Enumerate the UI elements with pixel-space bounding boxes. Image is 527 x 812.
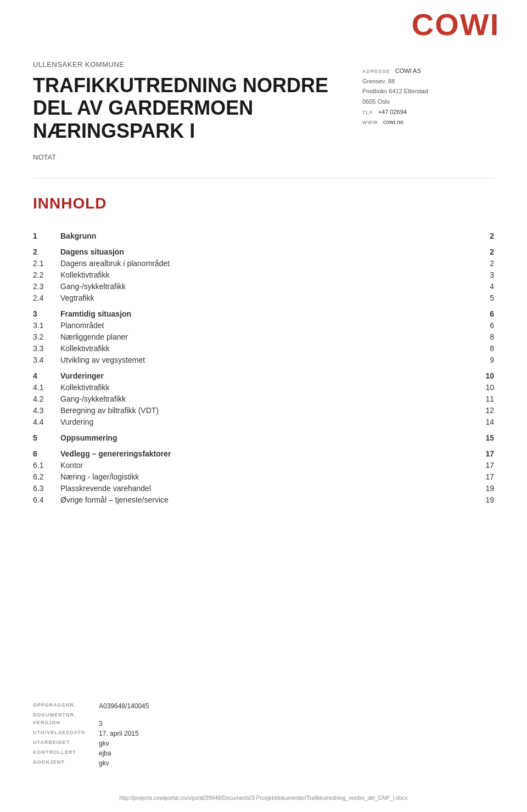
- municipality-label: ULLENSAKER KOMMUNE: [33, 60, 362, 69]
- tlf-label: TLF: [362, 110, 373, 115]
- toc-row: 2.4Vegtrafikk5: [33, 292, 494, 304]
- toc-row: 3.2Nærliggende planer8: [33, 331, 494, 343]
- toc-num: 6.1: [33, 460, 60, 471]
- url-footer: http://projects.cowiportal.com/ps/a03964…: [0, 795, 527, 801]
- toc-page: 4: [472, 281, 494, 292]
- toc-label: Utvikling av vegsystemet: [60, 354, 472, 366]
- toc-row: 4.2Gang-/sykkeltrafikk11: [33, 393, 494, 405]
- toc-page: 14: [472, 416, 494, 428]
- toc-label: Øvrige formål – tjeneste/service: [60, 494, 472, 506]
- header-left: ULLENSAKER KOMMUNE TRAFIKKUTREDNING NORD…: [33, 60, 362, 161]
- toc-page: 10: [472, 366, 494, 382]
- toc-label: Vedlegg – genereringsfaktorer: [60, 444, 472, 460]
- meta-value: A039648/140045: [99, 701, 149, 711]
- toc-label: Gang-/sykkeltrafikk: [60, 281, 472, 292]
- footer-meta: OPPDRAGSNR.A039648/140045DOKUMENTNR.VERS…: [33, 701, 149, 768]
- toc-num: 3.1: [33, 320, 60, 331]
- toc-row: 3.1Planområdet6: [33, 320, 494, 331]
- toc-row: 6.2Næring - lager/logistikk17: [33, 471, 494, 483]
- address-postbox: Postboks 6412 Etterstad: [362, 86, 494, 97]
- toc-label: Næring - lager/logistikk: [60, 471, 472, 483]
- footer-meta-table: OPPDRAGSNR.A039648/140045DOKUMENTNR.VERS…: [33, 701, 149, 768]
- toc-label: Dagens arealbruk i planområdet: [60, 258, 472, 269]
- toc-num: 3.4: [33, 354, 60, 366]
- url-text: http://projects.cowiportal.com/ps/a03964…: [120, 795, 408, 801]
- address-company: COWI AS: [395, 67, 421, 74]
- toc-row: 5Oppsummering15: [33, 428, 494, 444]
- toc-row: 4.4Vurdering14: [33, 416, 494, 428]
- toc-page: 2: [472, 226, 494, 242]
- meta-value: gkv: [99, 758, 149, 768]
- toc-table: 1Bakgrunn22Dagens situasjon22.1Dagens ar…: [33, 226, 494, 506]
- toc-num: 2: [33, 242, 60, 258]
- address-label: ADRESSE: [362, 69, 390, 74]
- meta-row: VERSJON3: [33, 719, 149, 729]
- toc-label: Gang-/sykkeltrafikk: [60, 393, 472, 405]
- main-title: TRAFIKKUTREDNING NORDRE DEL AV GARDERMOE…: [33, 74, 362, 142]
- toc-page: 6: [472, 304, 494, 320]
- toc-label: Vegtrafikk: [60, 292, 472, 304]
- toc-page: 2: [472, 242, 494, 258]
- toc-row: 2.2Kollektivtrafikk3: [33, 269, 494, 281]
- toc-page: 8: [472, 331, 494, 343]
- toc-row: 2.1Dagens arealbruk i planområdet2: [33, 258, 494, 269]
- toc-page: 5: [472, 292, 494, 304]
- toc-row: 3.3Kollektivtrafikk8: [33, 343, 494, 354]
- toc-row: 6.4Øvrige formål – tjeneste/service19: [33, 494, 494, 506]
- address-tlf-row: TLF +47 02694: [362, 107, 494, 117]
- toc-page: 10: [472, 382, 494, 393]
- meta-value: ejba: [99, 748, 149, 758]
- toc-num: 2.3: [33, 281, 60, 292]
- toc-label: Kollektivtrafikk: [60, 382, 472, 393]
- document-type: NOTAT: [33, 153, 362, 161]
- toc-num: 1: [33, 226, 60, 242]
- toc-row: 6.3Plasskrevende varehandel19: [33, 483, 494, 494]
- meta-label: UTARBEIDET: [33, 738, 99, 748]
- toc-num: 4: [33, 366, 60, 382]
- toc-label: Kollektivtrafikk: [60, 269, 472, 281]
- toc-row: 1Bakgrunn2: [33, 226, 494, 242]
- toc-num: 5: [33, 428, 60, 444]
- www-label: WWW: [362, 120, 378, 125]
- toc-num: 4.1: [33, 382, 60, 393]
- toc-row: 4.3Beregning av biltrafikk (VDT)12: [33, 405, 494, 416]
- toc-row: 2Dagens situasjon2: [33, 242, 494, 258]
- toc-row: 3.4Utvikling av vegsystemet9: [33, 354, 494, 366]
- toc-num: 4.3: [33, 405, 60, 416]
- meta-value: [99, 711, 149, 719]
- address-block: ADRESSE COWI AS Grensev. 88 Postboks 641…: [362, 66, 494, 127]
- toc-num: 4.2: [33, 393, 60, 405]
- meta-label: GODKJENT: [33, 758, 99, 768]
- toc-page: 8: [472, 343, 494, 354]
- toc-label: Vurdering: [60, 416, 472, 428]
- toc-label: Framtidig situasjon: [60, 304, 472, 320]
- content-area: INNHOLD 1Bakgrunn22Dagens situasjon22.1D…: [0, 195, 527, 506]
- logo-area: COWI: [384, 0, 527, 48]
- meta-row: GODKJENTgkv: [33, 758, 149, 768]
- meta-label: KONTROLLERT: [33, 748, 99, 758]
- toc-num: 2.4: [33, 292, 60, 304]
- innhold-title: INNHOLD: [33, 195, 494, 212]
- meta-value: 3: [99, 719, 149, 729]
- toc-page: 17: [472, 460, 494, 471]
- toc-row: 4.1Kollektivtrafikk10: [33, 382, 494, 393]
- toc-row: 3Framtidig situasjon6: [33, 304, 494, 320]
- toc-num: 6.4: [33, 494, 60, 506]
- toc-page: 17: [472, 444, 494, 460]
- header-right: ADRESSE COWI AS Grensev. 88 Postboks 641…: [362, 60, 494, 161]
- www-value: cowi.no: [383, 119, 403, 125]
- toc-page: 15: [472, 428, 494, 444]
- meta-value: gkv: [99, 738, 149, 748]
- address-postal: 0605 Oslo: [362, 97, 494, 107]
- toc-row: 2.3Gang-/sykkeltrafikk4: [33, 281, 494, 292]
- toc-label: Beregning av biltrafikk (VDT): [60, 405, 472, 416]
- toc-page: 19: [472, 494, 494, 506]
- toc-page: 11: [472, 393, 494, 405]
- toc-label: Dagens situasjon: [60, 242, 472, 258]
- address-www-row: WWW cowi.no: [362, 117, 494, 127]
- meta-row: KONTROLLERTejba: [33, 748, 149, 758]
- meta-value: 17. april 2015: [99, 729, 149, 738]
- toc-num: 6: [33, 444, 60, 460]
- meta-row: DOKUMENTNR.: [33, 711, 149, 719]
- toc-page: 17: [472, 471, 494, 483]
